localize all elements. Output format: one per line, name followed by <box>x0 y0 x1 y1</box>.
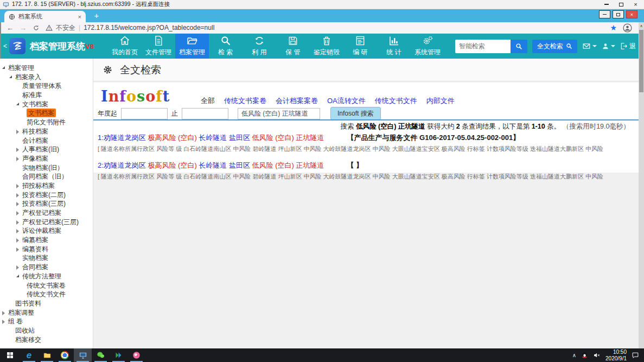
tree-collapsed-icon[interactable] <box>16 229 19 233</box>
taskbar-arrows-app-icon[interactable] <box>110 348 127 362</box>
tree-collapsed-icon[interactable] <box>16 157 19 161</box>
tree-expanded-icon[interactable] <box>9 75 12 78</box>
nav-item-home[interactable]: 我的首页 <box>108 34 142 59</box>
scroll-up-icon[interactable]: ∧ <box>639 22 644 29</box>
tab-accounting-volumes[interactable]: 会计档案案卷 <box>276 96 318 106</box>
sidebar-item-accounting-archive[interactable]: 会计档案 <box>0 136 93 145</box>
sidebar-item-tech-archive[interactable]: 科技档案 <box>0 127 93 136</box>
browser-close-button[interactable]: × <box>626 10 637 18</box>
result-title-link[interactable]: 1:劝隧道龙岗区 极高风险 (空白) 长岭隧道 盐田区 低风险 (空白) 正坑隧… <box>98 133 636 143</box>
tree-collapsed-icon[interactable] <box>16 211 19 215</box>
sidebar-item-volume-assembly[interactable]: 组 卷 <box>0 317 93 326</box>
browser-tab[interactable]: 档案系统 × <box>4 11 86 22</box>
tree-collapsed-icon[interactable] <box>2 320 5 324</box>
forward-icon[interactable]: → <box>20 24 27 32</box>
logout-button[interactable]: 退 <box>620 42 637 51</box>
sidebar-item-investment-archive-2[interactable]: 投资档案(二层) <box>0 190 93 200</box>
sidebar-item-document-archive-selected[interactable]: 文书档案 <box>0 109 93 118</box>
sidebar-item-archive-entry[interactable]: 档案录入 <box>0 73 93 82</box>
nav-item-search[interactable]: 检 索 <box>209 34 243 59</box>
browser-restore-button[interactable] <box>613 10 624 18</box>
tree-collapsed-icon[interactable] <box>16 193 19 198</box>
nav-item-utilize[interactable]: 利 用 <box>243 34 276 59</box>
sidebar-item-contract-archive-old[interactable]: 合同档案（旧） <box>0 172 93 181</box>
sidebar-item-property-registration[interactable]: 产权登记档案 <box>0 208 93 218</box>
tree-expanded-icon[interactable] <box>16 103 19 105</box>
browser-minimize-button[interactable] <box>599 10 610 18</box>
nav-item-appraisal-destroy[interactable]: 鉴定销毁 <box>310 34 343 59</box>
rdp-minimize-button[interactable] <box>599 0 614 9</box>
sidebar-item-physical-archive[interactable]: 实物档案 <box>0 253 93 263</box>
smart-search-input[interactable] <box>455 40 511 53</box>
user-menu[interactable] <box>602 42 615 50</box>
reload-icon[interactable] <box>33 24 40 31</box>
bookmark-star-icon[interactable]: ★ <box>610 23 617 32</box>
new-tab-button[interactable]: + <box>91 10 102 21</box>
infosoft-search-button[interactable]: Infosoft 搜索 <box>330 107 381 120</box>
sidebar-item-compilation-archive[interactable]: 编纂档案 <box>0 236 93 245</box>
sidebar-item-hr-archive-old[interactable]: 人事档案(旧) <box>0 145 93 154</box>
taskbar-media-app-icon[interactable] <box>127 348 145 362</box>
sidebar-item-quality-system[interactable]: 质量管理体系 <box>0 81 93 91</box>
nav-item-statistics[interactable]: 统 计 <box>377 34 411 59</box>
sidebar-item-traditional-method[interactable]: 传统方法整理 <box>0 272 93 281</box>
sidebar-item-bidding-archive[interactable]: 招投标档案 <box>0 181 93 190</box>
tree-expanded-icon[interactable] <box>16 275 19 277</box>
tab-oa-files[interactable]: OA流转文件 <box>327 96 366 106</box>
profile-avatar[interactable] <box>623 23 632 33</box>
fulltext-search-button[interactable]: 全文检索 <box>532 40 577 53</box>
tree-expanded-icon[interactable] <box>2 66 5 69</box>
tree-collapsed-icon[interactable] <box>16 130 19 134</box>
speaker-muted-icon[interactable] <box>593 352 601 359</box>
taskbar-clock[interactable]: 10:50 2020/9/1 <box>605 349 627 361</box>
tab-traditional-files[interactable]: 传统文书文件 <box>375 96 417 106</box>
back-icon[interactable]: ← <box>7 24 14 32</box>
tab-traditional-volumes[interactable]: 传统文书案卷 <box>224 96 266 106</box>
sidebar-item-compilation-material[interactable]: 编纂资料 <box>0 245 93 254</box>
tree-collapsed-icon[interactable] <box>16 184 19 188</box>
tab-close-icon[interactable]: × <box>78 14 81 20</box>
sidebar-item-physical-archive-old[interactable]: 实物档案(旧） <box>0 163 93 173</box>
rdp-maximize-button[interactable] <box>614 0 628 9</box>
tree-collapsed-icon[interactable] <box>16 148 19 152</box>
nav-item-custody[interactable]: 保 管 <box>276 34 310 59</box>
nav-item-system-management[interactable]: 系统管理 <box>411 34 444 59</box>
tab-all[interactable]: 全部 <box>201 96 215 106</box>
qq-icon[interactable] <box>581 352 588 359</box>
query-input[interactable] <box>238 108 320 119</box>
start-button[interactable] <box>0 348 20 362</box>
tree-collapsed-icon[interactable] <box>2 311 5 315</box>
sidebar-item-traditional-document-volume[interactable]: 传统文书案卷 <box>0 281 93 290</box>
rdp-close-button[interactable]: × <box>628 0 643 9</box>
sidebar-item-standard-library[interactable]: 标准库 <box>0 91 93 100</box>
vertical-scrollbar[interactable]: ∧ <box>639 22 644 348</box>
sidebar-item-book-material[interactable]: 图书资料 <box>0 299 93 308</box>
sidebar-item-traditional-document-file[interactable]: 传统文书文件 <box>0 290 93 299</box>
sidebar-item-simplified-attachment[interactable]: 简化文书附件 <box>0 118 93 127</box>
result-title-link[interactable]: 2:劝隧道龙岗区 极高风险 (空白) 长岭隧道 盐田区 低风险 (空白) 正坑隧… <box>98 161 636 170</box>
nav-item-compile-research[interactable]: 编 研 <box>343 34 377 59</box>
tree-collapsed-icon[interactable] <box>16 247 19 252</box>
sidebar-item-investment-archive-3[interactable]: 投资档案(三层) <box>0 199 93 208</box>
sidebar-item-av-archive[interactable]: 声像档案 <box>0 154 93 163</box>
action-center-icon[interactable] <box>632 352 639 359</box>
sidebar-item-recycle-bin[interactable]: 回收站 <box>0 326 93 335</box>
sidebar-item-contract-archive[interactable]: 合同档案 <box>0 263 93 272</box>
sidebar-item-document-archive[interactable]: 文书档案 <box>0 100 93 109</box>
taskbar-explorer-icon[interactable] <box>38 348 56 362</box>
smart-search-button[interactable] <box>511 40 527 53</box>
taskbar-chrome-icon[interactable] <box>56 348 74 362</box>
year-to-input[interactable] <box>182 108 228 119</box>
tree-collapsed-icon[interactable] <box>16 220 19 225</box>
sidebar-item-litigation-archive[interactable]: 诉讼仲裁档案 <box>0 226 93 236</box>
nav-item-archive-management[interactable]: 档案管理 <box>175 34 209 59</box>
sidebar-item-archive-transfer[interactable]: 档案移交 <box>0 335 93 345</box>
url-bar[interactable]: 不安全 | 172.17.8.15/welcome.jsp?OA_tableco… <box>46 23 604 33</box>
sidebar-collapse-icon[interactable]: < <box>0 42 9 50</box>
tree-collapsed-icon[interactable] <box>16 238 19 243</box>
scrollbar-thumb[interactable] <box>639 30 643 92</box>
tree-collapsed-icon[interactable] <box>16 202 19 206</box>
taskbar-wechat-icon[interactable] <box>92 348 110 362</box>
tab-internal-files[interactable]: 内部文件 <box>426 96 455 106</box>
tree-collapsed-icon[interactable] <box>16 265 19 270</box>
